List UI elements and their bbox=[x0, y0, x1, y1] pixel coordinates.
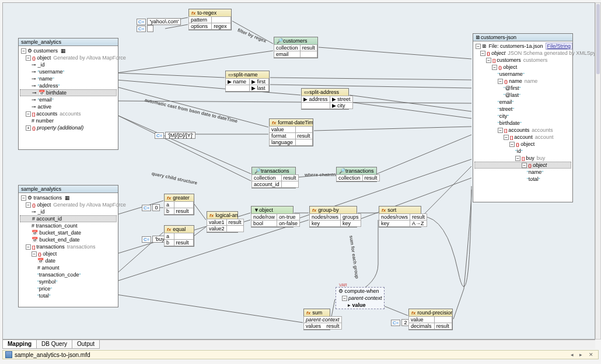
fn-split-name[interactable]: ▭ split-name ▶ name▶ first ▶ last bbox=[225, 71, 270, 92]
fn-object-filter[interactable]: ▼ object node/rowon-true boolon-false bbox=[251, 206, 293, 228]
fn-group-by[interactable]: group-by nodes/rowsgroups keykey bbox=[309, 206, 357, 228]
fn-logical-and[interactable]: logical-and value1result value2 bbox=[207, 211, 238, 233]
file-name[interactable]: sample_analytics-to-json.mfd bbox=[15, 352, 90, 358]
source-customers[interactable]: sample_analytics −⚙ customers ▦ −objectG… bbox=[18, 38, 118, 150]
var-tag: VAR bbox=[339, 283, 347, 287]
const-two[interactable]: C=2 bbox=[391, 319, 409, 326]
fn-greater[interactable]: greater a bresult bbox=[164, 194, 194, 215]
fn-customers-filter[interactable]: 🔎 customers collectionresult email bbox=[274, 37, 318, 58]
fn-transactions-query[interactable]: 🔎 transactions collectionresult account_… bbox=[251, 167, 296, 188]
fn-sum[interactable]: sum parent-context valuesresult bbox=[303, 309, 330, 330]
tab-mapping[interactable]: Mapping bbox=[2, 340, 37, 349]
tab-dbquery[interactable]: DB Query bbox=[36, 340, 72, 349]
const-yahoo[interactable]: C='yahoo\.com' bbox=[137, 18, 181, 25]
fn-compute-when[interactable]: ⚙ compute-when −parent-context ▸ value bbox=[336, 287, 385, 309]
bottom-tabs: Mapping DB Query Output bbox=[2, 340, 595, 349]
tab-output[interactable]: Output bbox=[72, 340, 100, 349]
file-string-button[interactable]: File/String bbox=[546, 43, 573, 50]
fn-split-address[interactable]: ▭ split-address ▶ address▶ street ▶ city bbox=[301, 88, 349, 110]
label-filter-regex: filter by regex bbox=[237, 27, 267, 44]
dest-customers-json[interactable]: 🗎 customers-json −🗎 File: customers-1a.j… bbox=[473, 33, 573, 202]
label-wherechain: where chaining bbox=[305, 172, 338, 177]
fn-equal[interactable]: equal a bresult bbox=[164, 225, 194, 247]
fn-round-precision[interactable]: round-precision value decimalsresult bbox=[408, 309, 453, 330]
fn-sort[interactable]: sort nodes/rowsresult keyA→Z bbox=[379, 206, 421, 228]
mapping-canvas[interactable]: C='yahoo\.com' C= C='[M]/[D]/[Y]' C=0 C=… bbox=[2, 2, 595, 340]
const-datefmt[interactable]: C='[M]/[D]/[Y]' bbox=[155, 132, 195, 139]
source-transactions[interactable]: sample_analytics −⚙ transactions ▦ −obje… bbox=[18, 185, 118, 307]
fn-to-regex[interactable]: to-regex pattern optionsregex bbox=[188, 9, 232, 30]
const-zero[interactable]: C=0 bbox=[142, 204, 160, 211]
label-sumgroup: sum for each group bbox=[348, 235, 359, 279]
scrollbar-vertical[interactable] bbox=[595, 2, 601, 340]
node-title: sample_analytics bbox=[19, 186, 118, 193]
node-title: sample_analytics bbox=[19, 38, 118, 46]
file-bar: sample_analytics-to-json.mfd ◂ ▸ ✕ bbox=[2, 350, 599, 359]
fn-transactions-filter[interactable]: 🔎 transactions collectionresult bbox=[336, 167, 377, 182]
file-tab-controls[interactable]: ◂ ▸ ✕ bbox=[568, 352, 598, 358]
label-autocast: automatic cast from bson date to dateTim… bbox=[144, 97, 238, 124]
fn-format-datetime[interactable]: format-dateTime value formatresult langu… bbox=[269, 118, 313, 146]
tree-root[interactable]: −⚙ customers ▦ bbox=[20, 47, 117, 54]
file-icon bbox=[5, 351, 12, 358]
label-querychild: query child structure bbox=[151, 171, 198, 186]
const-empty[interactable]: C= bbox=[137, 25, 153, 32]
